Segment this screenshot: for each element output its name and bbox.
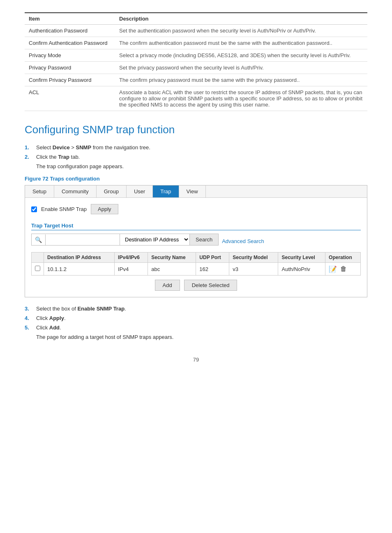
col-udp-port: UDP Port xyxy=(196,253,229,263)
col-security-model: Security Model xyxy=(229,253,278,263)
apply-button[interactable]: Apply xyxy=(91,204,118,214)
table-cell-desc: Select a privacy mode (including DES56, … xyxy=(115,49,367,62)
table-cell-item: ACL xyxy=(25,86,115,111)
search-input[interactable] xyxy=(46,234,120,245)
table-cell-desc: Associate a basic ACL with the user to r… xyxy=(115,86,367,111)
step-5-sub: The page for adding a target host of SNM… xyxy=(25,334,367,340)
tab-group[interactable]: Group xyxy=(97,185,127,197)
tab-community[interactable]: Community xyxy=(54,185,97,197)
sub-steps-list: 3. Select the box of Enable SNMP Trap. 4… xyxy=(25,306,367,340)
delete-icon[interactable]: 🗑 xyxy=(339,265,348,273)
step-2-sub: The trap configuration page appears. xyxy=(25,163,367,169)
cell-ipv4ipv6: IPv4 xyxy=(115,263,148,276)
table-row: Confirm Privacy Password The confirm pri… xyxy=(25,74,367,86)
figure-label: Figure 72 Traps configuration xyxy=(25,176,367,182)
enable-snmp-label: Enable SNMP Trap xyxy=(41,206,87,212)
cell-security-name: abc xyxy=(148,263,196,276)
table-cell-desc: Set the privacy password when the securi… xyxy=(115,62,367,74)
trap-body: Enable SNMP Trap Apply Trap Target Host … xyxy=(25,198,367,297)
section-heading: Configuring SNMP trap function xyxy=(25,123,367,136)
step-4: 4. Click Apply. xyxy=(25,315,367,321)
table-row: Authentication Password Set the authenti… xyxy=(25,25,367,37)
operation-icons: 📝 🗑 xyxy=(329,265,357,273)
trap-target-label: Trap Target Host xyxy=(31,222,361,230)
steps-list: 1. Select Device > SNMP from the navigat… xyxy=(25,144,367,169)
trap-target-table: Destination IP Address IPv4/IPv6 Securit… xyxy=(31,252,361,276)
table-row: Privacy Mode Select a privacy mode (incl… xyxy=(25,49,367,62)
cell-security-model: v3 xyxy=(229,263,278,276)
inner-table-row: 10.1.1.2 IPv4 abc 162 v3 Auth/NoPriv 📝 🗑 xyxy=(32,263,361,276)
delete-selected-button[interactable]: Delete Selected xyxy=(184,280,238,291)
tab-setup[interactable]: Setup xyxy=(25,185,54,197)
table-cell-item: Confirm Privacy Password xyxy=(25,74,115,86)
table-cell-item: Authentication Password xyxy=(25,25,115,37)
step-2: 2. Click the Trap tab. xyxy=(25,154,367,160)
step-1: 1. Select Device > SNMP from the navigat… xyxy=(25,144,367,151)
table-row: Privacy Password Set the privacy passwor… xyxy=(25,62,367,74)
step-3: 3. Select the box of Enable SNMP Trap. xyxy=(25,306,367,312)
col-ipv4ipv6: IPv4/IPv6 xyxy=(115,253,148,263)
col-security-level: Security Level xyxy=(278,253,325,263)
trap-config-box: SetupCommunityGroupUserTrapView Enable S… xyxy=(25,185,367,297)
cell-udp-port: 162 xyxy=(196,263,229,276)
search-dropdown[interactable]: Destination IP Address Security Name xyxy=(120,234,189,245)
bottom-buttons: Add Delete Selected xyxy=(31,280,361,291)
col-checkbox xyxy=(32,253,44,263)
table-cell-item: Confirm Authentication Password xyxy=(25,37,115,49)
row-checkbox[interactable] xyxy=(35,266,40,271)
table-cell-desc: The confirm authentication password must… xyxy=(115,37,367,49)
page-number: 79 xyxy=(25,357,367,363)
search-icon: 🔍 xyxy=(32,234,46,245)
edit-icon[interactable]: 📝 xyxy=(329,265,337,273)
search-bar: 🔍 Destination IP Address Security Name S… xyxy=(31,234,219,246)
enable-snmp-checkbox[interactable] xyxy=(31,206,37,212)
advanced-search-link[interactable]: Advanced Search xyxy=(222,238,264,244)
col-dest-ip: Destination IP Address xyxy=(44,253,115,263)
add-button[interactable]: Add xyxy=(155,280,180,291)
table-row: Confirm Authentication Password The conf… xyxy=(25,37,367,49)
col-operation: Operation xyxy=(325,253,361,263)
table-row: ACL Associate a basic ACL with the user … xyxy=(25,86,367,111)
search-area: 🔍 Destination IP Address Security Name S… xyxy=(31,234,361,249)
tabs-bar: SetupCommunityGroupUserTrapView xyxy=(25,185,367,198)
table-cell-desc: The confirm privacy password must be the… xyxy=(115,74,367,86)
table-cell-item: Privacy Password xyxy=(25,62,115,74)
tab-user[interactable]: User xyxy=(127,185,153,197)
col-security-name: Security Name xyxy=(148,253,196,263)
cell-dest-ip: 10.1.1.2 xyxy=(44,263,115,276)
col-desc-header: Description xyxy=(115,13,367,25)
search-button[interactable]: Search xyxy=(189,234,218,245)
step-5: 5. Click Add. xyxy=(25,324,367,331)
tab-trap[interactable]: Trap xyxy=(153,185,179,197)
table-cell-item: Privacy Mode xyxy=(25,49,115,62)
tab-view[interactable]: View xyxy=(179,185,206,197)
trap-target-section: Trap Target Host 🔍 Destination IP Addres… xyxy=(31,222,361,291)
cell-operation: 📝 🗑 xyxy=(325,263,361,276)
col-item-header: Item xyxy=(25,13,115,25)
enable-snmp-row: Enable SNMP Trap Apply xyxy=(31,204,361,214)
cell-security-level: Auth/NoPriv xyxy=(278,263,325,276)
snmp-description-table: Item Description Authentication Password… xyxy=(25,12,367,111)
table-cell-desc: Set the authentication password when the… xyxy=(115,25,367,37)
